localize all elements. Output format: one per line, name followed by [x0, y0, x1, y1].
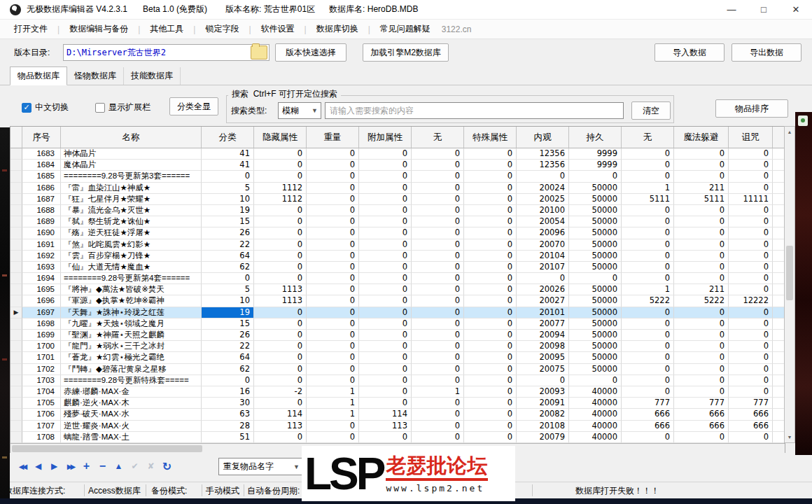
grid-cell[interactable]: 666 [622, 409, 674, 420]
grid-cell[interactable]: 19 [202, 307, 254, 318]
column-header-12[interactable]: 魔法躲避 [674, 127, 729, 148]
grid-cell[interactable]: 777 [729, 398, 773, 409]
grid-cell[interactable]: 0 [307, 432, 359, 443]
menu-item-4[interactable]: 锁定字段 [201, 23, 243, 35]
grid-cell[interactable]: 0 [307, 330, 359, 341]
cell-seq[interactable]: 1691 [22, 239, 61, 251]
grid-cell[interactable]: 0 [254, 148, 307, 160]
menu-item-1[interactable]: 打开文件 [10, 23, 52, 35]
grid-cell[interactable]: 0 [674, 318, 729, 330]
row-marker[interactable] [10, 386, 22, 398]
grid-cell[interactable]: 0 [412, 421, 464, 432]
grid-cell[interactable]: 0 [307, 421, 359, 432]
grid-cell[interactable]: 0 [464, 421, 517, 432]
grid-cell[interactable]: 0 [307, 375, 359, 386]
cell-seq[interactable]: 1692 [22, 251, 61, 262]
grid-cell[interactable]: 0 [729, 318, 773, 330]
grid-cell[interactable]: 0 [464, 273, 517, 284]
row-marker[interactable] [10, 341, 22, 352]
column-header-7[interactable]: 无 [412, 127, 464, 148]
grid-cell[interactable]: 0 [464, 227, 517, 239]
grid-cell[interactable]: 113 [254, 421, 307, 432]
grid-cell[interactable]: 1113 [254, 295, 307, 307]
grid-cell[interactable]: 0 [674, 330, 729, 341]
grid-cell[interactable]: 0 [674, 386, 729, 398]
tab-1[interactable]: 物品数据库 [10, 66, 67, 85]
grid-cell[interactable]: 0 [622, 273, 674, 284]
row-marker[interactable] [10, 251, 22, 262]
grid-cell[interactable]: 0 [254, 375, 307, 386]
table-row[interactable]: 1708螭龍·踏雪·MAX·土51000002007940000000 [10, 432, 785, 443]
grid-cell[interactable]: 0 [359, 227, 412, 239]
grid-cell[interactable]: 0 [412, 364, 464, 375]
grid-cell[interactable]: 0 [464, 205, 517, 216]
cell-seq[interactable]: 1700 [22, 341, 61, 352]
column-header-11[interactable]: 无 [622, 127, 674, 148]
grid-cell[interactable]: 0 [307, 194, 359, 205]
grid-cell[interactable]: 50000 [569, 330, 622, 341]
grid-cell[interactable]: 0 [254, 205, 307, 216]
grid-cell[interactable]: 0 [729, 341, 773, 352]
grid-cell[interactable]: 0 [254, 330, 307, 341]
grid-cell[interactable]: 0 [412, 194, 464, 205]
cell-seq[interactable]: 1701 [22, 352, 61, 363]
load-engine-m2-button[interactable]: 加载引擎M2数据库 [363, 43, 449, 62]
nav-cancel-button[interactable]: ✘ [144, 458, 158, 474]
grid-cell[interactable]: 0 [412, 183, 464, 194]
export-data-button[interactable]: 导出数据 [732, 43, 802, 62]
cell-seq[interactable]: 1707 [22, 421, 61, 432]
grid-cell[interactable]: 0 [254, 239, 307, 251]
grid-cell[interactable]: 0 [674, 273, 729, 284]
grid-cell[interactable]: 50000 [569, 227, 622, 239]
grid-cell[interactable]: 1 [307, 386, 359, 398]
cell-seq[interactable]: 1699 [22, 330, 61, 341]
grid-cell[interactable]: 0 [254, 341, 307, 352]
grid-cell[interactable]: 0 [359, 239, 412, 251]
cell-seq[interactable]: 1690 [22, 227, 61, 239]
grid-cell[interactable]: 51 [202, 432, 254, 443]
horizontal-scrollbar-thumb[interactable] [12, 445, 202, 452]
row-marker[interactable] [10, 183, 22, 194]
cell-seq[interactable]: 1687 [22, 194, 61, 205]
grid-cell[interactable]: 0 [412, 295, 464, 307]
table-row[interactable]: 1686『雷』血染江山★神威★511120000200245000012110 [10, 183, 785, 194]
grid-cell[interactable]: 9999 [569, 160, 622, 171]
grid-cell[interactable]: 5222 [674, 295, 729, 307]
table-row[interactable]: 1702『鬥轉』◆碧落卍黄泉之星移62000002007550000000 [10, 364, 785, 375]
grid-cell[interactable]: 10 [202, 295, 254, 307]
grid-cell[interactable]: 0 [569, 375, 622, 386]
nav-insert-button[interactable]: + [80, 458, 93, 474]
cell-name[interactable]: 『九曜』★天烛⋆領域之魔月 [61, 318, 202, 330]
menu-item-7[interactable]: 常见问题解疑 [376, 23, 435, 35]
grid-cell[interactable]: 0 [464, 295, 517, 307]
cell-name[interactable]: 神体晶片 [61, 148, 202, 160]
selected-row-marker[interactable]: ▶ [10, 307, 22, 318]
grid-cell[interactable]: 666 [729, 409, 773, 420]
version-dir-input[interactable] [64, 48, 251, 57]
grid-cell[interactable]: 0 [464, 307, 517, 318]
nav-post-button[interactable]: ✔ [128, 458, 141, 474]
browse-folder-icon[interactable] [251, 46, 267, 59]
grid-cell[interactable]: 1113 [254, 284, 307, 295]
cell-name[interactable]: 『暴』流光金乌★灭世★ [61, 205, 202, 216]
grid-cell[interactable]: 20094 [517, 330, 569, 341]
menu-item-6[interactable]: 数据库切换 [312, 23, 363, 35]
column-header-blank[interactable] [10, 127, 22, 148]
row-marker[interactable] [10, 432, 22, 443]
grid-cell[interactable]: 0 [622, 375, 674, 386]
grid-cell[interactable]: 0 [359, 148, 412, 160]
table-row[interactable]: 1692『雲』百步穿楊★刀锋★64000002010450000000 [10, 251, 785, 262]
row-marker[interactable] [10, 352, 22, 363]
row-marker[interactable] [10, 205, 22, 216]
column-header-6[interactable]: 附加属性 [359, 127, 412, 148]
grid-cell[interactable]: 0 [307, 160, 359, 171]
grid-cell[interactable]: 50000 [569, 352, 622, 363]
grid-cell[interactable]: 0 [729, 307, 773, 318]
clear-search-button[interactable]: 清空 [631, 102, 671, 120]
grid-cell[interactable]: 0 [464, 330, 517, 341]
grid-cell[interactable]: 0 [359, 183, 412, 194]
grid-cell[interactable]: 0 [307, 262, 359, 273]
grid-cell[interactable]: 0 [359, 171, 412, 182]
grid-cell[interactable]: 666 [674, 421, 729, 432]
scroll-down-icon[interactable]: ▼ [785, 432, 794, 442]
